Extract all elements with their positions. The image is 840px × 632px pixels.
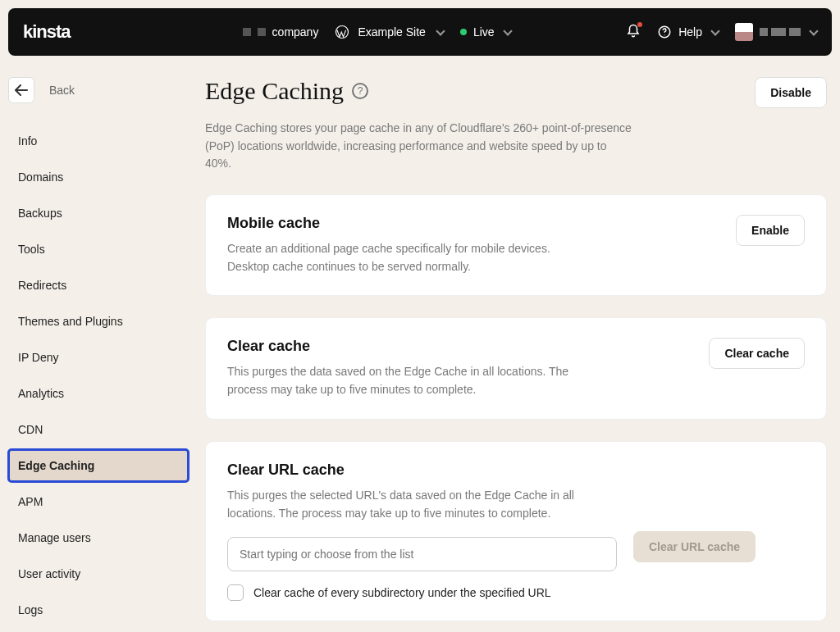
sidebar: Info Domains Backups Tools Redirects The… [8,125,189,630]
help-icon [657,25,672,39]
help-menu[interactable]: Help [657,25,719,39]
chevron-down-icon [436,26,445,35]
notification-dot-icon [637,22,642,27]
chevron-down-icon [503,26,512,35]
checkbox-icon[interactable] [227,584,244,601]
subdirectory-checkbox-row[interactable]: Clear cache of every subdirectory under … [227,584,805,601]
notifications-button[interactable] [626,24,641,41]
env-label: Live [473,25,495,39]
back-button[interactable] [8,77,34,103]
wordpress-icon [335,25,349,39]
company-selector[interactable]: company [243,25,319,39]
card-clear-url-cache: Clear URL cache This purges the selected… [205,441,827,621]
clear-url-cache-button[interactable]: Clear URL cache [633,531,756,562]
help-label: Help [678,25,702,39]
sidebar-item-logs[interactable]: Logs [8,593,189,626]
enable-mobile-cache-button[interactable]: Enable [736,215,805,246]
sidebar-item-themes-plugins[interactable]: Themes and Plugins [8,305,189,338]
back-label: Back [49,84,75,97]
avatar [735,23,753,41]
card-title: Clear cache [227,338,572,355]
sidebar-item-redirects[interactable]: Redirects [8,269,189,302]
sidebar-item-ip-deny[interactable]: IP Deny [8,341,189,374]
sidebar-item-tools[interactable]: Tools [8,233,189,266]
chevron-down-icon [809,26,818,35]
card-title: Mobile cache [227,215,572,232]
disable-button[interactable]: Disable [755,77,827,108]
logo[interactable]: kinsta [23,21,71,43]
chevron-down-icon [710,26,719,35]
svg-point-2 [664,34,665,35]
sidebar-item-cdn[interactable]: CDN [8,413,189,446]
card-title: Clear URL cache [227,461,805,479]
clear-cache-button[interactable]: Clear cache [709,338,805,369]
page-description: Edge Caching stores your page cache in a… [205,120,632,173]
status-dot-icon [460,29,467,35]
user-label [760,28,801,36]
sidebar-item-manage-users[interactable]: Manage users [8,521,189,554]
company-icon [258,28,266,36]
card-clear-cache: Clear cache This purges the data saved o… [205,317,827,419]
checkbox-label: Clear cache of every subdirectory under … [253,586,551,599]
help-tooltip-icon[interactable]: ? [352,83,368,99]
url-input[interactable] [227,537,617,571]
user-menu[interactable] [735,23,817,41]
page-title: Edge Caching ? [205,77,368,105]
topbar: kinsta company Example Site Live He [8,8,832,56]
site-label: Example Site [358,25,425,39]
card-description: Create an additional page cache specific… [227,240,572,275]
sidebar-item-edge-caching[interactable]: Edge Caching [8,449,189,482]
arrow-left-icon [15,84,28,96]
sidebar-item-analytics[interactable]: Analytics [8,377,189,410]
sidebar-item-apm[interactable]: APM [8,485,189,518]
card-description: This purges the selected URL's data save… [227,487,605,522]
site-selector[interactable]: Example Site [335,25,443,39]
sidebar-item-user-activity[interactable]: User activity [8,557,189,590]
sidebar-item-backups[interactable]: Backups [8,197,189,230]
card-description: This purges the data saved on the Edge C… [227,363,572,398]
sidebar-item-domains[interactable]: Domains [8,161,189,193]
environment-selector[interactable]: Live [460,25,511,39]
sidebar-item-info[interactable]: Info [8,125,189,157]
card-mobile-cache: Mobile cache Create an additional page c… [205,194,827,296]
company-icon [243,28,251,36]
company-label: company [272,25,319,39]
